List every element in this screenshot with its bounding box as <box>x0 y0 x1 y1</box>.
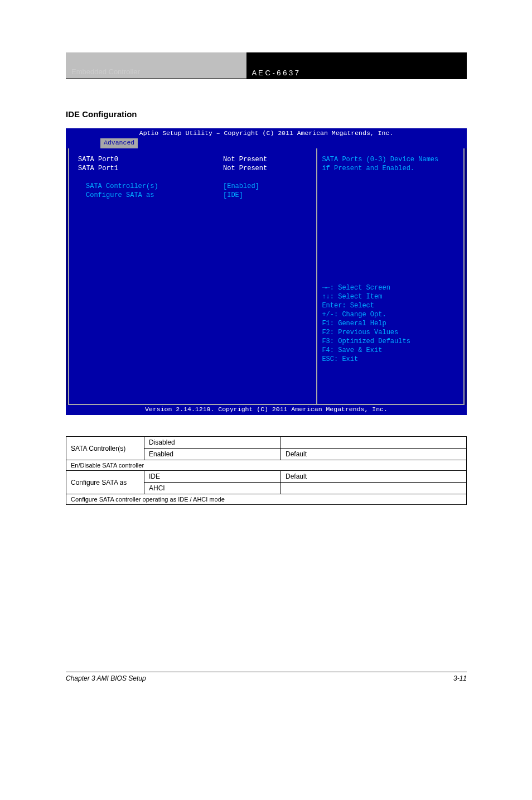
key-0: →←: Select Screen <box>322 283 459 292</box>
key-7: F4: Save & Exit <box>322 346 459 355</box>
bios-key-legend: →←: Select Screen ↑↓: Select Item Enter:… <box>322 283 459 397</box>
bios-item-help: SATA Ports (0-3) Device Names if Present… <box>322 155 459 173</box>
row-sata-controller[interactable]: SATA Controller(s) [Enabled] <box>78 182 311 191</box>
bios-footer: Version 2.14.1219. Copyright (C) 2011 Am… <box>66 405 467 415</box>
val-configure-sata[interactable]: [IDE] <box>223 191 243 200</box>
lbl-configure-sata: Configure SATA as <box>78 191 223 200</box>
options-table: SATA Controller(s) Disabled Enabled Defa… <box>66 436 467 505</box>
cell-def-1b: Default <box>281 449 467 460</box>
key-1: ↑↓: Select Item <box>322 292 459 301</box>
header-right: A E C - 6 6 3 7 <box>246 52 467 79</box>
table-desc-row: Configure SATA controller operating as I… <box>66 494 467 505</box>
help-line-1: SATA Ports (0-3) Device Names <box>322 155 459 164</box>
cell-desc-2: Configure SATA controller operating as I… <box>66 494 467 505</box>
bios-tab-row: Advanced <box>66 138 467 148</box>
cell-opt-1b: Enabled <box>144 449 281 460</box>
table-row: SATA Controller(s) Disabled <box>66 437 467 449</box>
key-8: ESC: Exit <box>322 355 459 364</box>
lbl-sata-port0: SATA Port0 <box>78 155 223 164</box>
cell-def-2b <box>281 483 467 494</box>
cell-opt-1a: Disabled <box>144 437 281 449</box>
cell-def-2a: Default <box>281 471 467 483</box>
bios-body: SATA Port0 Not Present SATA Port1 Not Pr… <box>68 148 465 405</box>
val-sata-port0: Not Present <box>223 155 267 164</box>
key-5: F2: Previous Values <box>322 328 459 337</box>
help-line-2: if Present and Enabled. <box>322 164 459 173</box>
cell-desc-1: En/Disable SATA controller <box>66 460 467 471</box>
key-2: Enter: Select <box>322 301 459 310</box>
row-sata-port1: SATA Port1 Not Present <box>78 164 311 173</box>
table-row: Configure SATA as IDE Default <box>66 471 467 483</box>
cell-def-1a <box>281 437 467 449</box>
cell-name-2: Configure SATA as <box>66 471 144 494</box>
footer-page: 3-11 <box>453 674 467 682</box>
row-configure-sata[interactable]: Configure SATA as [IDE] <box>78 191 311 200</box>
header-left: Embedded Controller <box>66 52 246 79</box>
lbl-sata-port1: SATA Port1 <box>78 164 223 173</box>
val-sata-controller[interactable]: [Enabled] <box>223 182 259 191</box>
bios-screenshot: Aptio Setup Utility – Copyright (C) 2011… <box>66 128 467 415</box>
bios-title: Aptio Setup Utility – Copyright (C) 2011… <box>66 128 467 138</box>
lbl-sata-controller: SATA Controller(s) <box>78 182 223 191</box>
section-title-ide: IDE Configuration <box>66 109 137 119</box>
page-footer: Chapter 3 AMI BIOS Setup 3-11 <box>66 672 467 682</box>
cell-opt-2b: AHCI <box>144 483 281 494</box>
row-sata-port0: SATA Port0 Not Present <box>78 155 311 164</box>
tab-advanced[interactable]: Advanced <box>100 138 138 148</box>
bios-left-panel: SATA Port0 Not Present SATA Port1 Not Pr… <box>69 148 317 404</box>
doc-header: Embedded Controller A E C - 6 6 3 7 <box>66 52 467 79</box>
footer-chapter: Chapter 3 AMI BIOS Setup <box>66 674 146 682</box>
key-6: F3: Optimized Defaults <box>322 337 459 346</box>
cell-opt-2a: IDE <box>144 471 281 483</box>
bios-right-panel: SATA Ports (0-3) Device Names if Present… <box>317 148 463 404</box>
table-desc-row: En/Disable SATA controller <box>66 460 467 471</box>
val-sata-port1: Not Present <box>223 164 267 173</box>
key-3: +/-: Change Opt. <box>322 310 459 319</box>
cell-name-1: SATA Controller(s) <box>66 437 144 460</box>
key-4: F1: General Help <box>322 319 459 328</box>
